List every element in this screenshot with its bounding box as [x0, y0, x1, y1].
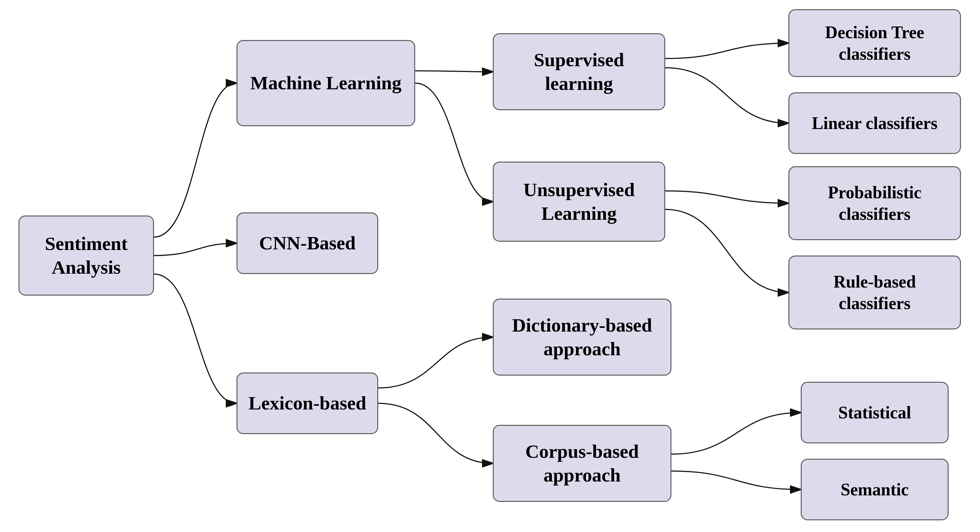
- node-rule-based-classifiers: Rule-based classifiers: [788, 256, 961, 329]
- node-semantic: Semantic: [801, 459, 948, 520]
- rulebased-label: Rule-based classifiers: [798, 271, 951, 314]
- node-supervised-learning: Supervised learning: [493, 33, 665, 110]
- node-linear-classifiers: Linear classifiers: [788, 92, 961, 154]
- node-unsupervised-learning: Unsupervised Learning: [493, 162, 665, 242]
- node-probabilistic-classifiers: Probabilistic classifiers: [788, 166, 961, 240]
- node-corpus-based: Corpus-based approach: [493, 425, 671, 502]
- statistical-label: Statistical: [838, 402, 911, 423]
- probabilistic-label: Probabilistic classifiers: [798, 182, 951, 225]
- corpus-label: Corpus-based approach: [502, 440, 662, 488]
- supervised-label: Supervised learning: [502, 48, 656, 96]
- node-statistical: Statistical: [801, 382, 948, 443]
- ml-label: Machine Learning: [250, 71, 402, 95]
- dict-label: Dictionary-based approach: [502, 313, 662, 361]
- node-cnn-based: CNN-Based: [237, 213, 378, 274]
- node-decision-tree: Decision Tree classifiers: [788, 9, 961, 77]
- node-dictionary-based: Dictionary-based approach: [493, 299, 671, 376]
- linear-label: Linear classifiers: [812, 113, 937, 134]
- decision-label: Decision Tree classifiers: [798, 22, 951, 65]
- node-lexicon-based: Lexicon-based: [237, 373, 378, 434]
- sentiment-label: Sentiment Analysis: [28, 232, 145, 279]
- lexicon-label: Lexicon-based: [248, 391, 366, 415]
- cnn-label: CNN-Based: [259, 231, 355, 255]
- node-machine-learning: Machine Learning: [237, 40, 415, 126]
- semantic-label: Semantic: [841, 479, 909, 500]
- mind-map: Sentiment Analysis Machine Learning CNN-…: [0, 0, 980, 532]
- unsupervised-label: Unsupervised Learning: [502, 178, 656, 226]
- node-sentiment-analysis: Sentiment Analysis: [19, 216, 154, 295]
